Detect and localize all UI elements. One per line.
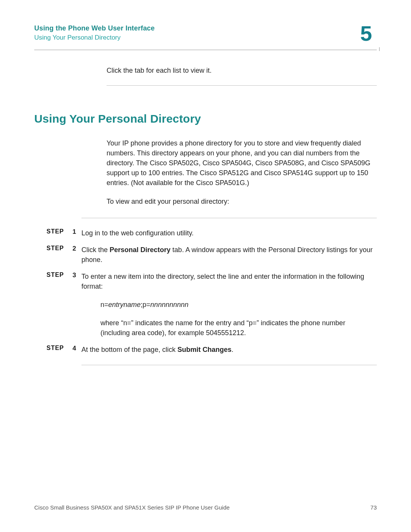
step-body: To enter a new item into the directory, …	[81, 272, 377, 291]
step-2-pre: Click the	[81, 246, 110, 254]
step-2: STEP 2 Click the Personal Directory tab.…	[34, 245, 377, 265]
page: Using the Phone Web User Interface Using…	[0, 0, 411, 532]
chapter-number: 5	[355, 23, 377, 44]
page-footer: Cisco Small Business SPA50X and SPA51X S…	[34, 504, 377, 511]
step-number: 4	[67, 345, 76, 352]
format-p-value: nnnnnnnnnn	[150, 301, 188, 308]
page-header: Using the Phone Web User Interface Using…	[34, 23, 377, 44]
step-label: STEP	[34, 228, 64, 235]
footer-book-title: Cisco Small Business SPA50X and SPA51X S…	[34, 504, 229, 511]
step-4: STEP 4 At the bottom of the page, click …	[34, 345, 377, 355]
header-left: Using the Phone Web User Interface Using…	[34, 23, 155, 42]
header-rule	[34, 50, 377, 50]
intro-paragraph: Your IP phone provides a phone directory…	[107, 138, 374, 188]
header-section-name: Using Your Personal Directory	[34, 34, 155, 42]
step-body: Log in to the web configuration utility.	[81, 228, 377, 238]
content: Click the tab for each list to view it. …	[34, 66, 377, 365]
step-4-pre: At the bottom of the page, click	[81, 346, 177, 353]
step-body: Click the Personal Directory tab. A wind…	[81, 245, 377, 265]
lead-in: To view and edit your personal directory…	[107, 197, 374, 206]
intro-rule	[107, 85, 377, 86]
step-number: 1	[67, 228, 76, 236]
step-2-bold: Personal Directory	[110, 246, 170, 254]
format-n-value: entryname	[108, 301, 141, 308]
step-number: 3	[67, 272, 76, 279]
chapter-title: Using the Phone Web User Interface	[34, 24, 155, 32]
chapter-number-box: 5	[355, 23, 377, 44]
step-number: 2	[67, 245, 76, 252]
format-n-label: n=	[100, 301, 108, 308]
step-label: STEP	[34, 245, 64, 252]
step-4-bold: Submit Changes	[177, 346, 231, 353]
intro-line: Click the tab for each list to view it.	[107, 66, 374, 75]
step-body: At the bottom of the page, click Submit …	[81, 345, 377, 355]
footer-page-number: 73	[370, 504, 377, 511]
step-1: STEP 1 Log in to the web configuration u…	[34, 228, 377, 238]
steps-rule-top	[81, 218, 377, 218]
steps: STEP 1 Log in to the web configuration u…	[34, 228, 377, 355]
step-3-explain: where “n=” indicates the name for the en…	[100, 318, 374, 338]
step-3-format: n=entryname;p=nnnnnnnnnn	[100, 300, 374, 310]
step-3: STEP 3 To enter a new item into the dire…	[34, 272, 377, 291]
step-4-post: .	[231, 346, 233, 353]
steps-rule-bottom	[81, 365, 377, 365]
format-sep: ;p=	[141, 301, 151, 308]
step-label: STEP	[34, 345, 64, 351]
step-label: STEP	[34, 272, 64, 278]
section-heading: Using Your Personal Directory	[34, 112, 377, 125]
